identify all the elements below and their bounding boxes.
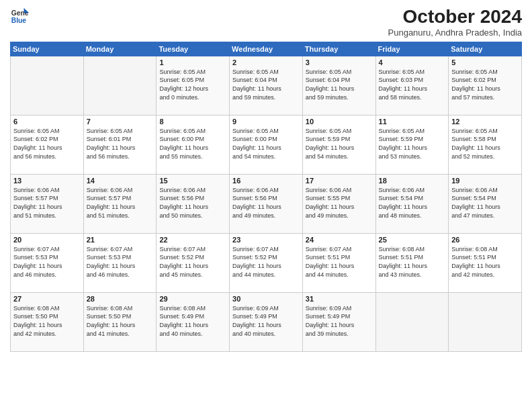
logo-icon: General Blue <box>10 7 29 26</box>
day-info: Sunrise: 6:05 AM Sunset: 6:01 PM Dayligh… <box>87 127 154 161</box>
table-row: 18Sunrise: 6:06 AM Sunset: 5:54 PM Dayli… <box>375 174 449 233</box>
day-info: Sunrise: 6:08 AM Sunset: 5:51 PM Dayligh… <box>379 245 446 279</box>
day-number: 1 <box>159 58 226 66</box>
day-info: Sunrise: 6:05 AM Sunset: 6:03 PM Dayligh… <box>379 68 446 101</box>
day-number: 23 <box>232 236 300 244</box>
day-number: 9 <box>232 118 300 126</box>
day-info: Sunrise: 6:06 AM Sunset: 5:54 PM Dayligh… <box>451 186 519 220</box>
day-info: Sunrise: 6:09 AM Sunset: 5:49 PM Dayligh… <box>306 304 373 338</box>
table-row: 12Sunrise: 6:05 AM Sunset: 5:58 PM Dayli… <box>449 115 522 174</box>
day-number: 4 <box>379 58 446 66</box>
day-number: 19 <box>451 177 519 185</box>
col-saturday: Saturday <box>449 42 522 56</box>
table-row <box>375 292 449 351</box>
col-wednesday: Wednesday <box>230 42 303 56</box>
table-row: 16Sunrise: 6:06 AM Sunset: 5:56 PM Dayli… <box>230 174 303 233</box>
day-info: Sunrise: 6:06 AM Sunset: 5:57 PM Dayligh… <box>87 186 154 220</box>
table-row: 14Sunrise: 6:06 AM Sunset: 5:57 PM Dayli… <box>83 174 157 233</box>
col-sunday: Sunday <box>11 42 84 56</box>
location: Punganuru, Andhra Pradesh, India <box>388 28 522 38</box>
svg-text:Blue: Blue <box>11 17 27 24</box>
day-number: 2 <box>232 58 300 66</box>
table-row: 19Sunrise: 6:06 AM Sunset: 5:54 PM Dayli… <box>449 174 522 233</box>
table-row: 15Sunrise: 6:06 AM Sunset: 5:56 PM Dayli… <box>157 174 230 233</box>
table-row: 30Sunrise: 6:09 AM Sunset: 5:49 PM Dayli… <box>230 292 303 351</box>
day-number: 15 <box>159 177 226 185</box>
day-number: 7 <box>87 118 154 126</box>
day-number: 24 <box>306 236 373 244</box>
table-row: 23Sunrise: 6:07 AM Sunset: 5:52 PM Dayli… <box>230 233 303 292</box>
logo: General Blue <box>10 7 29 26</box>
table-row: 1Sunrise: 6:05 AM Sunset: 6:05 PM Daylig… <box>157 56 230 115</box>
table-row <box>83 56 157 115</box>
day-info: Sunrise: 6:06 AM Sunset: 5:56 PM Dayligh… <box>232 186 300 220</box>
day-info: Sunrise: 6:09 AM Sunset: 5:49 PM Dayligh… <box>232 304 300 338</box>
day-info: Sunrise: 6:07 AM Sunset: 5:53 PM Dayligh… <box>87 245 154 279</box>
title-block: October 2024 Punganuru, Andhra Pradesh, … <box>388 7 522 38</box>
table-row: 22Sunrise: 6:07 AM Sunset: 5:52 PM Dayli… <box>157 233 230 292</box>
day-info: Sunrise: 6:05 AM Sunset: 5:59 PM Dayligh… <box>306 127 373 161</box>
table-row: 4Sunrise: 6:05 AM Sunset: 6:03 PM Daylig… <box>375 56 449 115</box>
day-info: Sunrise: 6:07 AM Sunset: 5:52 PM Dayligh… <box>159 245 226 279</box>
day-info: Sunrise: 6:08 AM Sunset: 5:51 PM Dayligh… <box>451 245 519 279</box>
table-row: 20Sunrise: 6:07 AM Sunset: 5:53 PM Dayli… <box>11 233 84 292</box>
col-thursday: Thursday <box>302 42 375 56</box>
day-number: 26 <box>451 236 519 244</box>
day-info: Sunrise: 6:07 AM Sunset: 5:52 PM Dayligh… <box>232 245 300 279</box>
day-info: Sunrise: 6:05 AM Sunset: 6:05 PM Dayligh… <box>159 68 226 101</box>
table-row: 26Sunrise: 6:08 AM Sunset: 5:51 PM Dayli… <box>449 233 522 292</box>
day-number: 10 <box>306 118 373 126</box>
table-row: 11Sunrise: 6:05 AM Sunset: 5:59 PM Dayli… <box>375 115 449 174</box>
day-number: 17 <box>306 177 373 185</box>
header: General Blue October 2024 Punganuru, And… <box>10 7 522 38</box>
table-row <box>11 56 84 115</box>
day-number: 28 <box>87 295 154 303</box>
table-row: 28Sunrise: 6:08 AM Sunset: 5:50 PM Dayli… <box>83 292 157 351</box>
calendar: Sunday Monday Tuesday Wednesday Thursday… <box>10 42 522 352</box>
day-number: 11 <box>379 118 446 126</box>
day-number: 22 <box>159 236 226 244</box>
table-row: 7Sunrise: 6:05 AM Sunset: 6:01 PM Daylig… <box>83 115 157 174</box>
day-number: 20 <box>13 236 81 244</box>
day-number: 5 <box>451 58 519 66</box>
table-row: 5Sunrise: 6:05 AM Sunset: 6:02 PM Daylig… <box>449 56 522 115</box>
table-row: 29Sunrise: 6:08 AM Sunset: 5:49 PM Dayli… <box>157 292 230 351</box>
table-row: 9Sunrise: 6:05 AM Sunset: 6:00 PM Daylig… <box>230 115 303 174</box>
day-info: Sunrise: 6:05 AM Sunset: 5:58 PM Dayligh… <box>451 127 519 161</box>
day-number: 30 <box>232 295 300 303</box>
day-info: Sunrise: 6:07 AM Sunset: 5:53 PM Dayligh… <box>13 245 81 279</box>
day-number: 27 <box>13 295 81 303</box>
day-info: Sunrise: 6:05 AM Sunset: 6:02 PM Dayligh… <box>451 68 519 101</box>
day-info: Sunrise: 6:05 AM Sunset: 6:04 PM Dayligh… <box>232 68 300 101</box>
day-number: 16 <box>232 177 300 185</box>
day-info: Sunrise: 6:06 AM Sunset: 5:56 PM Dayligh… <box>159 186 226 220</box>
day-info: Sunrise: 6:05 AM Sunset: 6:02 PM Dayligh… <box>13 127 81 161</box>
day-number: 3 <box>306 58 373 66</box>
day-number: 13 <box>13 177 81 185</box>
day-info: Sunrise: 6:06 AM Sunset: 5:55 PM Dayligh… <box>306 186 373 220</box>
col-tuesday: Tuesday <box>157 42 230 56</box>
day-number: 8 <box>159 118 226 126</box>
header-row: Sunday Monday Tuesday Wednesday Thursday… <box>11 42 522 56</box>
table-row: 8Sunrise: 6:05 AM Sunset: 6:00 PM Daylig… <box>157 115 230 174</box>
table-row: 6Sunrise: 6:05 AM Sunset: 6:02 PM Daylig… <box>11 115 84 174</box>
table-row: 2Sunrise: 6:05 AM Sunset: 6:04 PM Daylig… <box>230 56 303 115</box>
table-row: 21Sunrise: 6:07 AM Sunset: 5:53 PM Dayli… <box>83 233 157 292</box>
table-row: 17Sunrise: 6:06 AM Sunset: 5:55 PM Dayli… <box>302 174 375 233</box>
day-info: Sunrise: 6:05 AM Sunset: 6:00 PM Dayligh… <box>232 127 300 161</box>
day-info: Sunrise: 6:05 AM Sunset: 6:04 PM Dayligh… <box>306 68 373 101</box>
day-info: Sunrise: 6:06 AM Sunset: 5:57 PM Dayligh… <box>13 186 81 220</box>
day-number: 29 <box>159 295 226 303</box>
day-info: Sunrise: 6:05 AM Sunset: 6:00 PM Dayligh… <box>159 127 226 161</box>
table-row: 10Sunrise: 6:05 AM Sunset: 5:59 PM Dayli… <box>302 115 375 174</box>
table-row: 13Sunrise: 6:06 AM Sunset: 5:57 PM Dayli… <box>11 174 84 233</box>
table-row: 24Sunrise: 6:07 AM Sunset: 5:51 PM Dayli… <box>302 233 375 292</box>
page: General Blue October 2024 Punganuru, And… <box>0 0 532 411</box>
month-title: October 2024 <box>388 7 522 28</box>
day-number: 31 <box>306 295 373 303</box>
day-number: 14 <box>87 177 154 185</box>
col-monday: Monday <box>83 42 157 56</box>
day-info: Sunrise: 6:08 AM Sunset: 5:50 PM Dayligh… <box>13 304 81 338</box>
day-info: Sunrise: 6:08 AM Sunset: 5:49 PM Dayligh… <box>159 304 226 338</box>
day-number: 25 <box>379 236 446 244</box>
